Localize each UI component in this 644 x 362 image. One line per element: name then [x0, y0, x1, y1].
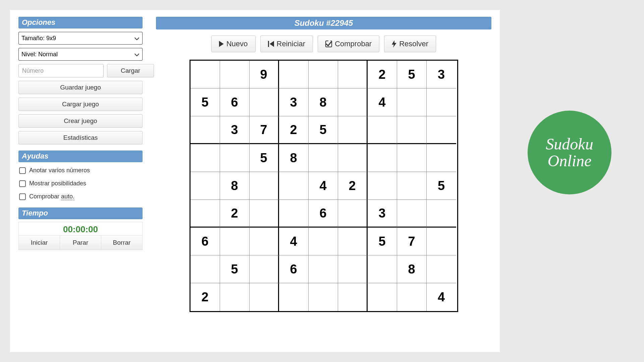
stats-button[interactable]: Estadísticas: [18, 131, 143, 144]
sudoku-cell[interactable]: [368, 283, 397, 311]
sudoku-cell[interactable]: [338, 200, 368, 228]
sudoku-cell[interactable]: [338, 255, 368, 283]
sudoku-cell[interactable]: [279, 283, 309, 311]
load-number-button[interactable]: Cargar: [107, 64, 154, 77]
sudoku-cell[interactable]: 4: [309, 172, 338, 200]
sudoku-cell[interactable]: [397, 283, 427, 311]
sudoku-cell[interactable]: [427, 88, 456, 116]
sudoku-cell[interactable]: [279, 61, 309, 88]
sudoku-cell[interactable]: [427, 144, 456, 172]
sudoku-cell[interactable]: 5: [427, 172, 456, 200]
sudoku-cell[interactable]: [338, 61, 368, 88]
sudoku-cell[interactable]: 4: [279, 228, 309, 255]
sudoku-cell[interactable]: [191, 255, 220, 283]
sudoku-cell[interactable]: [309, 144, 338, 172]
sudoku-cell[interactable]: [338, 228, 368, 255]
sudoku-cell[interactable]: [191, 116, 220, 144]
sudoku-cell[interactable]: 8: [309, 88, 338, 116]
timer-start-button[interactable]: Iniciar: [19, 236, 60, 250]
sudoku-cell[interactable]: [191, 172, 220, 200]
sudoku-cell[interactable]: [250, 172, 279, 200]
sudoku-cell[interactable]: 2: [279, 116, 309, 144]
sudoku-cell[interactable]: 8: [220, 172, 250, 200]
sudoku-cell[interactable]: [397, 200, 427, 228]
sudoku-cell[interactable]: [368, 255, 397, 283]
size-select[interactable]: Tamaño: 9x9: [18, 32, 143, 45]
sudoku-cell[interactable]: [220, 228, 250, 255]
sudoku-cell[interactable]: [368, 116, 397, 144]
sudoku-cell[interactable]: 4: [368, 88, 397, 116]
sudoku-cell[interactable]: 6: [309, 200, 338, 228]
sudoku-cell[interactable]: 3: [427, 61, 456, 88]
sudoku-cell[interactable]: 5: [309, 116, 338, 144]
sudoku-cell[interactable]: 2: [368, 61, 397, 88]
sudoku-cell[interactable]: [250, 255, 279, 283]
load-game-button[interactable]: Cargar juego: [18, 98, 143, 111]
save-game-button[interactable]: Guardar juego: [18, 81, 143, 94]
restart-button[interactable]: Reiniciar: [260, 36, 313, 52]
sudoku-cell[interactable]: [397, 144, 427, 172]
sudoku-cell[interactable]: [397, 172, 427, 200]
checkbox-icon[interactable]: [19, 167, 26, 174]
sudoku-cell[interactable]: [309, 228, 338, 255]
sudoku-cell[interactable]: 7: [250, 116, 279, 144]
sudoku-cell[interactable]: 5: [397, 61, 427, 88]
help-auto-row[interactable]: Comprobar auto.: [18, 192, 143, 201]
sudoku-cell[interactable]: [220, 283, 250, 311]
sudoku-cell[interactable]: 8: [279, 144, 309, 172]
sudoku-cell[interactable]: 5: [220, 255, 250, 283]
sudoku-cell[interactable]: [191, 61, 220, 88]
sudoku-cell[interactable]: [220, 144, 250, 172]
sudoku-cell[interactable]: [220, 61, 250, 88]
sudoku-cell[interactable]: 3: [220, 116, 250, 144]
sudoku-cell[interactable]: 2: [191, 283, 220, 311]
sudoku-cell[interactable]: [338, 116, 368, 144]
sudoku-cell[interactable]: 2: [338, 172, 368, 200]
timer-clear-button[interactable]: Borrar: [101, 236, 142, 250]
create-game-button[interactable]: Crear juego: [18, 114, 143, 128]
checkbox-icon[interactable]: [19, 193, 26, 200]
sudoku-cell[interactable]: 8: [397, 255, 427, 283]
sudoku-cell[interactable]: [427, 228, 456, 255]
sudoku-cell[interactable]: 9: [250, 61, 279, 88]
sudoku-cell[interactable]: [338, 144, 368, 172]
sudoku-cell[interactable]: [191, 200, 220, 228]
sudoku-cell[interactable]: 5: [191, 88, 220, 116]
number-input[interactable]: [18, 64, 104, 77]
sudoku-cell[interactable]: [191, 144, 220, 172]
sudoku-cell[interactable]: [427, 255, 456, 283]
sudoku-cell[interactable]: 4: [427, 283, 456, 311]
sudoku-cell[interactable]: [427, 116, 456, 144]
sudoku-cell[interactable]: 6: [279, 255, 309, 283]
help-poss-row[interactable]: Mostrar posibilidades: [18, 179, 143, 188]
sudoku-cell[interactable]: 6: [191, 228, 220, 255]
sudoku-cell[interactable]: [368, 172, 397, 200]
sudoku-cell[interactable]: 7: [397, 228, 427, 255]
sudoku-cell[interactable]: 5: [368, 228, 397, 255]
sudoku-cell[interactable]: [397, 116, 427, 144]
level-select[interactable]: Nivel: Normal: [18, 48, 143, 61]
sudoku-cell[interactable]: [397, 88, 427, 116]
sudoku-cell[interactable]: [309, 283, 338, 311]
new-button[interactable]: Nuevo: [211, 36, 256, 52]
sudoku-cell[interactable]: 3: [368, 200, 397, 228]
sudoku-cell[interactable]: [427, 200, 456, 228]
sudoku-cell[interactable]: [250, 283, 279, 311]
sudoku-cell[interactable]: 3: [279, 88, 309, 116]
sudoku-cell[interactable]: [250, 200, 279, 228]
solve-button[interactable]: Resolver: [384, 36, 436, 52]
sudoku-cell[interactable]: [338, 88, 368, 116]
checkbox-icon[interactable]: [19, 180, 26, 187]
sudoku-cell[interactable]: [250, 228, 279, 255]
sudoku-cell[interactable]: 2: [220, 200, 250, 228]
sudoku-cell[interactable]: [279, 200, 309, 228]
sudoku-cell[interactable]: 6: [220, 88, 250, 116]
sudoku-cell[interactable]: [368, 144, 397, 172]
sudoku-cell[interactable]: [338, 283, 368, 311]
sudoku-cell[interactable]: [309, 255, 338, 283]
sudoku-cell[interactable]: [309, 61, 338, 88]
timer-stop-button[interactable]: Parar: [60, 236, 101, 250]
check-button[interactable]: Comprobar: [318, 36, 379, 52]
sudoku-cell[interactable]: 5: [250, 144, 279, 172]
sudoku-cell[interactable]: [250, 88, 279, 116]
